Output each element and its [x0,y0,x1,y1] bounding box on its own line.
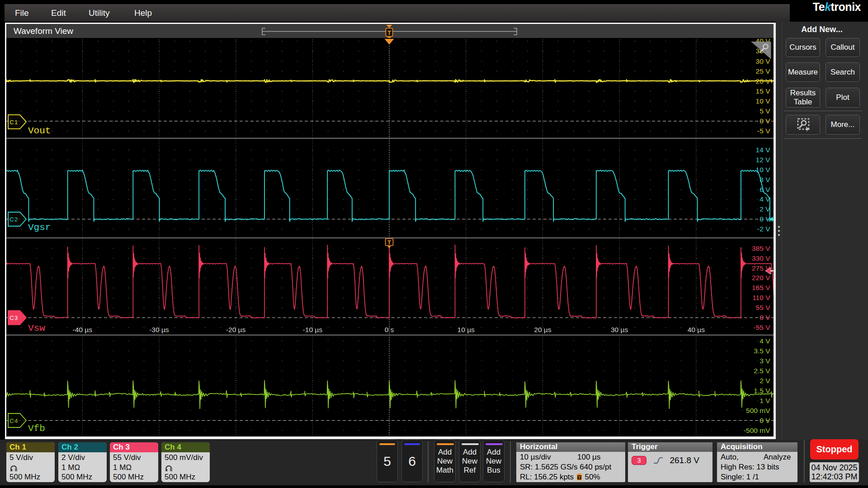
svg-text:10 V: 10 V [756,97,771,105]
svg-text:0 V: 0 V [760,215,770,223]
svg-text:30 µs: 30 µs [611,326,628,333]
svg-text:40 µs: 40 µs [688,326,705,333]
svg-text:2 V: 2 V [760,377,770,385]
svg-text:330 V: 330 V [752,254,770,262]
svg-text:-5 V: -5 V [757,127,770,135]
svg-text:30 V: 30 V [756,57,771,65]
svg-text:15 V: 15 V [756,87,771,95]
svg-text:110 V: 110 V [752,294,770,301]
svg-text:8 V: 8 V [760,176,770,183]
svg-text:C1: C1 [9,119,19,126]
svg-text:25 V: 25 V [756,67,771,75]
svg-text:6 V: 6 V [760,186,770,193]
svg-text:T: T [387,29,392,36]
svg-text:-500 mV: -500 mV [744,427,770,434]
svg-text:T: T [578,475,581,480]
svg-text:0 V: 0 V [760,117,770,125]
svg-text:0 V: 0 V [760,314,770,321]
svg-text:0 V: 0 V [760,417,770,424]
svg-text:1.5 V: 1.5 V [754,387,770,394]
svg-text:Vgsr: Vgsr [28,222,51,233]
svg-text:4 V: 4 V [760,195,770,203]
svg-text:20 µs: 20 µs [534,326,551,333]
svg-text:4 V: 4 V [760,337,770,345]
svg-text:C4: C4 [9,418,19,424]
svg-text:3.5 V: 3.5 V [754,347,770,355]
svg-text:5 V: 5 V [760,107,770,115]
svg-text:3 V: 3 V [760,357,770,365]
svg-text:220 V: 220 V [752,274,770,282]
svg-text:-2 V: -2 V [757,225,770,233]
svg-text:Vout: Vout [28,126,51,136]
svg-text:14 V: 14 V [756,146,771,154]
svg-text:165 V: 165 V [752,284,770,291]
svg-text:-55 V: -55 V [753,324,770,331]
svg-text:Vfb: Vfb [28,423,45,434]
svg-text:C2: C2 [9,216,19,223]
svg-text:-30 µs: -30 µs [149,326,169,333]
svg-text:10 µs: 10 µs [458,326,475,333]
svg-text:2 V: 2 V [760,205,770,213]
svg-text:385 V: 385 V [752,244,770,252]
svg-text:C3: C3 [9,314,19,321]
svg-text:12 V: 12 V [756,156,771,164]
svg-text:2.5 V: 2.5 V [754,367,770,375]
svg-text:Vsw: Vsw [28,323,45,333]
svg-text:T: T [387,239,391,246]
svg-text:20 V: 20 V [756,77,771,85]
svg-text:-10 µs: -10 µs [303,326,323,333]
svg-text:0 s: 0 s [385,326,394,333]
svg-text:500 mV: 500 mV [746,407,770,414]
svg-text:55 V: 55 V [756,304,771,311]
svg-text:-40 µs: -40 µs [73,326,93,333]
svg-text:-20 µs: -20 µs [226,326,246,333]
svg-text:1 V: 1 V [760,397,770,404]
svg-text:10 V: 10 V [756,166,771,174]
